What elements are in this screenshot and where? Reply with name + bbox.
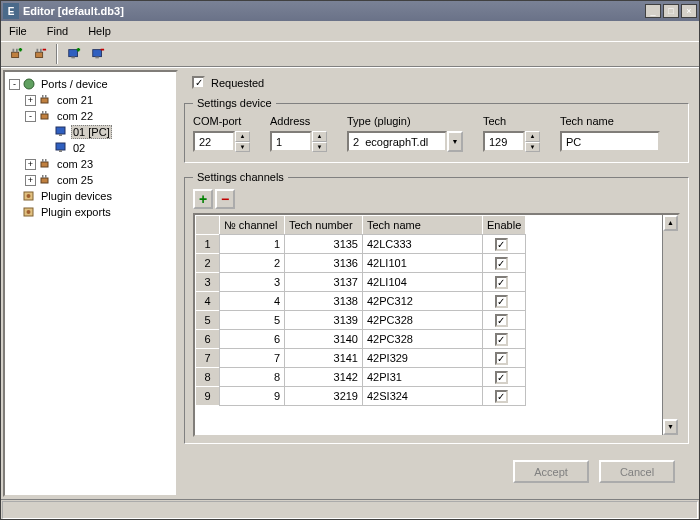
cell-enable[interactable]: ✓ bbox=[483, 235, 526, 254]
col-tech-name[interactable]: Tech name bbox=[363, 216, 483, 235]
cell-tech-name[interactable]: 42PC328 bbox=[363, 330, 483, 349]
cell-enable[interactable]: ✓ bbox=[483, 387, 526, 406]
table-row[interactable]: 55313942PC328✓ bbox=[196, 311, 526, 330]
table-row[interactable]: 66314042PC328✓ bbox=[196, 330, 526, 349]
tree-panel[interactable]: -Ports / device +com 21 -com 22 01 [PC] … bbox=[3, 70, 178, 497]
expand-icon[interactable]: + bbox=[25, 95, 36, 106]
cell-enable[interactable]: ✓ bbox=[483, 330, 526, 349]
tree-com22-02[interactable]: 02 bbox=[7, 140, 174, 156]
scroll-down-button[interactable]: ▼ bbox=[663, 419, 678, 435]
table-row[interactable]: 88314242PI31✓ bbox=[196, 368, 526, 387]
col-tech-number[interactable]: Tech number bbox=[285, 216, 363, 235]
com-port-input[interactable] bbox=[193, 131, 235, 152]
cell-enable[interactable]: ✓ bbox=[483, 254, 526, 273]
tech-input[interactable] bbox=[483, 131, 525, 152]
close-button[interactable]: × bbox=[681, 4, 697, 18]
minimize-button[interactable]: _ bbox=[645, 4, 661, 18]
table-row[interactable]: 22313642LI101✓ bbox=[196, 254, 526, 273]
dropdown-button[interactable]: ▼ bbox=[447, 131, 463, 152]
spin-down-button[interactable]: ▼ bbox=[312, 142, 327, 153]
cell-enable[interactable]: ✓ bbox=[483, 368, 526, 387]
toolbar-add-button[interactable] bbox=[5, 43, 27, 65]
cell-tech-name[interactable]: 42PC328 bbox=[363, 311, 483, 330]
menu-find[interactable]: Find bbox=[43, 23, 72, 39]
cell-tech-number[interactable]: 3142 bbox=[285, 368, 363, 387]
cell-enable[interactable]: ✓ bbox=[483, 273, 526, 292]
cell-enable[interactable]: ✓ bbox=[483, 349, 526, 368]
accept-button[interactable]: Accept bbox=[513, 460, 589, 483]
address-input[interactable] bbox=[270, 131, 312, 152]
cell-channel[interactable]: 3 bbox=[220, 273, 285, 292]
enable-checkbox[interactable]: ✓ bbox=[495, 390, 508, 403]
col-channel[interactable]: № channel bbox=[220, 216, 285, 235]
cell-tech-number[interactable]: 3136 bbox=[285, 254, 363, 273]
tree-com22[interactable]: -com 22 bbox=[7, 108, 174, 124]
enable-checkbox[interactable]: ✓ bbox=[495, 238, 508, 251]
enable-checkbox[interactable]: ✓ bbox=[495, 333, 508, 346]
tree-com22-01[interactable]: 01 [PC] bbox=[7, 124, 174, 140]
enable-checkbox[interactable]: ✓ bbox=[495, 295, 508, 308]
cell-tech-number[interactable]: 3137 bbox=[285, 273, 363, 292]
cell-channel[interactable]: 7 bbox=[220, 349, 285, 368]
cell-channel[interactable]: 6 bbox=[220, 330, 285, 349]
collapse-icon[interactable]: - bbox=[9, 79, 20, 90]
table-row[interactable]: 33313742LI104✓ bbox=[196, 273, 526, 292]
spin-up-button[interactable]: ▲ bbox=[235, 131, 250, 142]
tree-com21[interactable]: +com 21 bbox=[7, 92, 174, 108]
cell-enable[interactable]: ✓ bbox=[483, 292, 526, 311]
cell-tech-name[interactable]: 42PI31 bbox=[363, 368, 483, 387]
cell-tech-number[interactable]: 3140 bbox=[285, 330, 363, 349]
cell-channel[interactable]: 9 bbox=[220, 387, 285, 406]
menu-file[interactable]: File bbox=[5, 23, 31, 39]
cancel-button[interactable]: Cancel bbox=[599, 460, 675, 483]
toolbar-remove-button[interactable] bbox=[29, 43, 51, 65]
table-row[interactable]: 77314142PI329✓ bbox=[196, 349, 526, 368]
enable-checkbox[interactable]: ✓ bbox=[495, 276, 508, 289]
tree-com23[interactable]: +com 23 bbox=[7, 156, 174, 172]
enable-checkbox[interactable]: ✓ bbox=[495, 314, 508, 327]
scroll-up-button[interactable]: ▲ bbox=[663, 215, 678, 231]
tree-plugin-exports[interactable]: Plugin exports bbox=[7, 204, 174, 220]
toolbar-device-add-button[interactable] bbox=[63, 43, 85, 65]
spin-up-button[interactable]: ▲ bbox=[312, 131, 327, 142]
spin-down-button[interactable]: ▼ bbox=[525, 142, 540, 153]
cell-channel[interactable]: 8 bbox=[220, 368, 285, 387]
tree-com25[interactable]: +com 25 bbox=[7, 172, 174, 188]
toolbar-device-remove-button[interactable] bbox=[87, 43, 109, 65]
tree-root-ports[interactable]: -Ports / device bbox=[7, 76, 174, 92]
cell-tech-name[interactable]: 42LI104 bbox=[363, 273, 483, 292]
tech-name-input[interactable] bbox=[560, 131, 660, 152]
type-input[interactable] bbox=[347, 131, 447, 152]
menu-help[interactable]: Help bbox=[84, 23, 115, 39]
maximize-button[interactable]: □ bbox=[663, 4, 679, 18]
table-row[interactable]: 44313842PC312✓ bbox=[196, 292, 526, 311]
cell-channel[interactable]: 1 bbox=[220, 235, 285, 254]
enable-checkbox[interactable]: ✓ bbox=[495, 257, 508, 270]
table-row[interactable]: 99321942SI324✓ bbox=[196, 387, 526, 406]
expand-icon[interactable]: + bbox=[25, 159, 36, 170]
expand-icon[interactable]: + bbox=[25, 175, 36, 186]
enable-checkbox[interactable]: ✓ bbox=[495, 371, 508, 384]
tree-plugin-devices[interactable]: Plugin devices bbox=[7, 188, 174, 204]
enable-checkbox[interactable]: ✓ bbox=[495, 352, 508, 365]
spin-up-button[interactable]: ▲ bbox=[525, 131, 540, 142]
spin-down-button[interactable]: ▼ bbox=[235, 142, 250, 153]
cell-tech-name[interactable]: 42LI101 bbox=[363, 254, 483, 273]
cell-channel[interactable]: 5 bbox=[220, 311, 285, 330]
cell-channel[interactable]: 4 bbox=[220, 292, 285, 311]
cell-tech-number[interactable]: 3219 bbox=[285, 387, 363, 406]
col-rownum[interactable] bbox=[196, 216, 220, 235]
requested-checkbox[interactable]: ✓ bbox=[192, 76, 205, 89]
collapse-icon[interactable]: - bbox=[25, 111, 36, 122]
cell-tech-name[interactable]: 42LC333 bbox=[363, 235, 483, 254]
cell-tech-number[interactable]: 3139 bbox=[285, 311, 363, 330]
cell-tech-name[interactable]: 42PC312 bbox=[363, 292, 483, 311]
cell-channel[interactable]: 2 bbox=[220, 254, 285, 273]
cell-enable[interactable]: ✓ bbox=[483, 311, 526, 330]
table-scrollbar[interactable]: ▲ ▼ bbox=[662, 215, 678, 435]
channel-remove-button[interactable]: − bbox=[215, 189, 235, 209]
table-row[interactable]: 11313542LC333✓ bbox=[196, 235, 526, 254]
cell-tech-name[interactable]: 42SI324 bbox=[363, 387, 483, 406]
cell-tech-name[interactable]: 42PI329 bbox=[363, 349, 483, 368]
col-enable[interactable]: Enable bbox=[483, 216, 526, 235]
